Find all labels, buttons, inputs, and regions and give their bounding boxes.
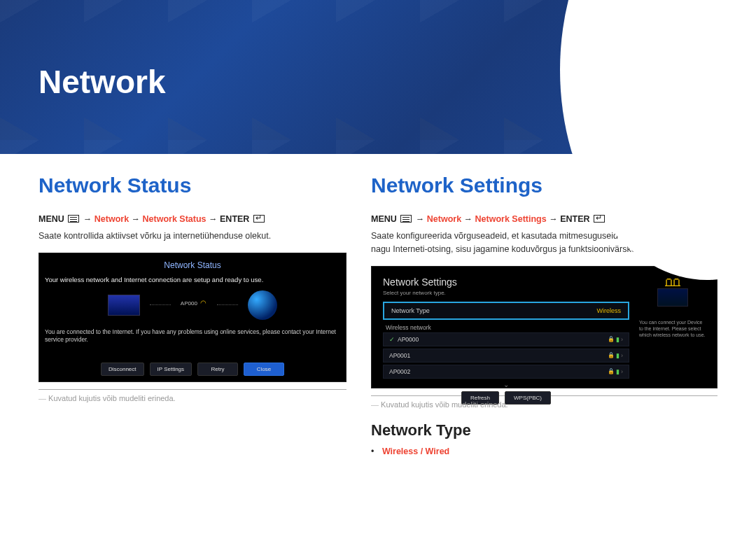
network-type-field[interactable]: Network Type Wireless <box>383 302 629 320</box>
chapter-header: Network <box>0 0 756 154</box>
scroll-down-icon[interactable]: ⌄ <box>383 381 629 388</box>
arrow: → <box>83 214 92 224</box>
connection-diagram: AP000 <box>45 290 340 320</box>
chevron-right-icon: › <box>621 336 623 343</box>
option-wireless: Wireless <box>382 447 418 456</box>
label-menu: MENU <box>371 214 397 224</box>
ss-title: Network Status <box>45 260 340 270</box>
screenshot-network-settings: Network Settings Select your network typ… <box>371 266 718 388</box>
path-seg-network: Network <box>427 214 461 224</box>
option-wired: Wired <box>426 447 450 456</box>
ip-settings-button[interactable]: IP Settings <box>150 363 192 376</box>
wifi-waves-icon: ⩍⩍ <box>665 276 680 286</box>
label-menu: MENU <box>38 214 64 224</box>
side-help-text: You can connect your Device to the inter… <box>639 319 706 338</box>
ss-ready-msg: Your wireless network and Internet conne… <box>45 276 340 283</box>
tv-icon <box>657 288 688 307</box>
ap-row[interactable]: ✓AP0000 🔒▮› <box>383 332 629 346</box>
disconnect-button[interactable]: Disconnect <box>101 363 144 376</box>
path-seg-network-status: Network Status <box>143 214 206 224</box>
field-label: Network Type <box>391 307 430 314</box>
signal-icon: ▮ <box>616 352 620 359</box>
tv-icon <box>108 295 140 316</box>
ss-settings-title: Network Settings <box>383 276 629 288</box>
heading-network-status: Network Status <box>38 174 346 197</box>
divider <box>38 389 346 390</box>
arrow: → <box>549 214 558 224</box>
ap-name: AP0000 <box>398 336 419 343</box>
path-seg-network: Network <box>94 214 129 224</box>
lock-icon: 🔒 <box>608 352 615 358</box>
wifi-icon <box>199 299 207 304</box>
signal-icon: ▮ <box>616 336 620 343</box>
link-line <box>217 304 238 305</box>
network-type-options: • Wireless / Wired <box>371 447 718 456</box>
ap-row[interactable]: AP0001 🔒▮› <box>383 349 629 363</box>
label-enter: ENTER <box>560 214 589 224</box>
arrow: → <box>209 214 218 224</box>
arrow: → <box>464 214 473 224</box>
globe-icon <box>248 290 277 320</box>
chevron-right-icon: › <box>621 352 623 359</box>
menu-icon <box>68 215 79 223</box>
menu-icon <box>400 215 412 223</box>
link-line <box>150 304 171 305</box>
arrow: → <box>132 214 141 224</box>
enter-icon <box>253 215 265 223</box>
wireless-network-label: Wireless network <box>383 324 629 331</box>
ap-name: AP0001 <box>389 352 410 359</box>
screenshot-network-status: Network Status Your wireless network and… <box>38 253 346 382</box>
column-network-status: Network Status MENU → Network → Network … <box>38 174 346 456</box>
ap-row[interactable]: AP0002 🔒▮› <box>383 365 629 379</box>
heading-network-type: Network Type <box>371 421 718 440</box>
arrow: → <box>416 214 425 224</box>
signal-icon: ▮ <box>616 368 620 375</box>
option-separator: / <box>418 447 425 456</box>
bullet-icon: • <box>371 447 374 456</box>
retry-button[interactable]: Retry <box>197 363 238 376</box>
ss-settings-sub: Select your network type. <box>383 290 629 296</box>
caption-left: Kuvatud kujutis võib mudeliti erineda. <box>38 394 346 402</box>
chevron-right-icon: › <box>621 368 623 375</box>
label-enter: ENTER <box>220 214 249 224</box>
wps-button[interactable]: WPS(PBC) <box>505 391 551 405</box>
desc-network-status: Saate kontrollida aktiivset võrku ja int… <box>38 230 346 243</box>
close-button[interactable]: Close <box>244 363 284 376</box>
ss-side-panel: ⩍⩍ You can connect your Device to the in… <box>639 276 706 378</box>
ap-label: AP000 <box>181 299 207 307</box>
lock-icon: 🔒 <box>608 368 615 374</box>
enter-icon <box>594 215 605 223</box>
lock-icon: 🔒 <box>608 336 615 342</box>
path-seg-network-settings: Network Settings <box>475 214 547 224</box>
ap-name: AP0002 <box>389 368 410 375</box>
field-value: Wireless <box>596 307 621 314</box>
menu-path-status: MENU → Network → Network Status → ENTER <box>38 214 346 224</box>
check-icon: ✓ <box>389 336 395 343</box>
ss-connected-note: You are connected to the Internet. If yo… <box>45 328 340 344</box>
chapter-title: Network <box>38 63 718 101</box>
